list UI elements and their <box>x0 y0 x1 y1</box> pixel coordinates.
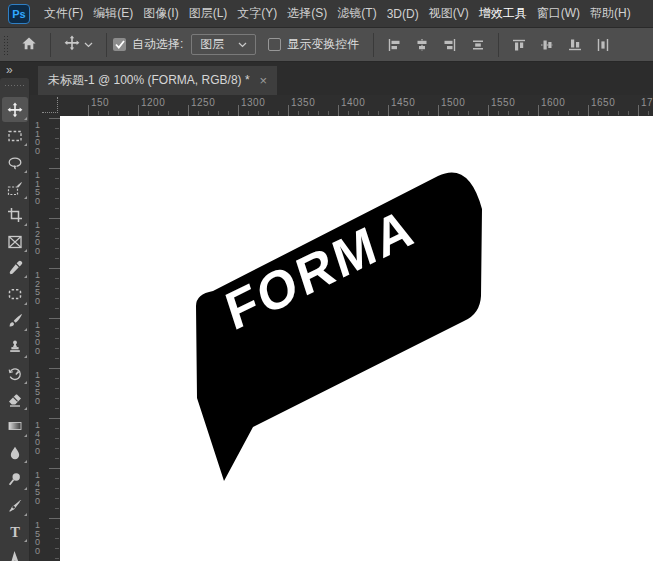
align-bottom-edges-button[interactable] <box>563 33 587 57</box>
divider <box>50 33 51 57</box>
move-tool-icon <box>64 35 80 54</box>
ruler-origin-marker <box>42 97 58 113</box>
h-ruler-label: 1250 <box>191 97 215 108</box>
object-selection-tool[interactable] <box>2 176 28 201</box>
v-ruler-label: 1 4 0 0 <box>35 421 40 455</box>
type-tool[interactable]: T <box>2 519 28 544</box>
h-ruler-label: 1500 <box>441 97 465 108</box>
align-top-edges-button[interactable] <box>507 33 531 57</box>
menu-7[interactable]: 滤镜(T) <box>332 0 381 28</box>
h-ruler-label: 150 <box>91 97 109 108</box>
align-vertical-centers-button[interactable] <box>535 33 559 57</box>
document-canvas[interactable]: FORMA <box>60 116 653 561</box>
move-tool-preset[interactable] <box>57 32 100 58</box>
home-button[interactable] <box>14 32 44 58</box>
menu-12[interactable]: 帮助(H) <box>585 0 636 28</box>
panel-stub: » <box>0 62 30 78</box>
auto-select-target-value: 图层 <box>200 36 224 53</box>
menu-3[interactable]: 图像(I) <box>138 0 183 28</box>
h-ruler-label: 1350 <box>291 97 315 108</box>
auto-select-target-dropdown[interactable]: 图层 <box>191 34 256 55</box>
auto-select-label: 自动选择: <box>132 36 183 53</box>
menu-bar: Ps 文件(F)编辑(E)图像(I)图层(L)文字(Y)选择(S)滤镜(T)3D… <box>0 0 653 28</box>
menu-11[interactable]: 窗口(W) <box>532 0 585 28</box>
photoshop-logo: Ps <box>8 4 30 24</box>
menu-10[interactable]: 增效工具 <box>474 0 532 28</box>
v-ruler-label: 1 4 5 0 <box>35 471 40 505</box>
v-ruler-label: 1 1 5 0 <box>35 171 40 205</box>
tools-panel: T <box>0 78 30 561</box>
v-ruler-label: 1 1 0 0 <box>35 121 40 155</box>
auto-select-checkbox[interactable] <box>113 38 126 51</box>
svg-text:T: T <box>10 524 20 540</box>
frame-tool[interactable] <box>2 229 28 254</box>
divider <box>106 33 107 57</box>
v-ruler-label: 1 3 0 0 <box>35 321 40 355</box>
collapse-panels-button[interactable]: » <box>0 63 12 77</box>
menu-1[interactable]: 文件(F) <box>39 0 88 28</box>
history-brush-tool[interactable] <box>2 361 28 386</box>
crop-tool[interactable] <box>2 203 28 228</box>
menu-8[interactable]: 3D(D) <box>382 0 424 28</box>
h-ruler-label: 1450 <box>391 97 415 108</box>
photoshop-window: Ps 文件(F)编辑(E)图像(I)图层(L)文字(Y)选择(S)滤镜(T)3D… <box>0 0 653 561</box>
show-transform-checkbox[interactable] <box>268 38 281 51</box>
spot-healing-brush-tool[interactable] <box>2 282 28 307</box>
lasso-tool[interactable] <box>2 150 28 175</box>
v-ruler-label: 1 2 0 0 <box>35 221 40 255</box>
document-tab-bar: » 未标题-1 @ 100% (FORMA, RGB/8) * × <box>0 62 653 95</box>
eraser-tool[interactable] <box>2 387 28 412</box>
dodge-tool[interactable] <box>2 467 28 492</box>
tool-options-bar: 自动选择: 图层 显示变换控件 <box>0 28 653 62</box>
h-ruler-label: 1700 <box>641 97 653 108</box>
align-horizontal-centers-button[interactable] <box>410 33 434 57</box>
distribute-vertical-button[interactable] <box>591 33 615 57</box>
vertical-ruler: 1 1 0 01 1 5 01 2 0 01 2 5 01 3 0 01 3 5… <box>30 116 60 561</box>
blur-tool[interactable] <box>2 440 28 465</box>
divider <box>373 33 374 57</box>
distribute-horizontal-button[interactable] <box>466 33 490 57</box>
tools-panel-grip[interactable] <box>4 84 26 88</box>
v-ruler-label: 1 3 5 0 <box>35 371 40 405</box>
menu-5[interactable]: 文字(Y) <box>232 0 282 28</box>
horizontal-ruler: 1501200125013001350140014501500155016001… <box>30 95 653 116</box>
move-tool[interactable] <box>2 97 28 122</box>
document-tab[interactable]: 未标题-1 @ 100% (FORMA, RGB/8) * × <box>38 66 277 95</box>
menu-6[interactable]: 选择(S) <box>282 0 332 28</box>
brush-tool[interactable] <box>2 308 28 333</box>
document-tab-title: 未标题-1 @ 100% (FORMA, RGB/8) * <box>48 72 250 89</box>
home-icon <box>21 36 37 54</box>
h-ruler-label: 1300 <box>241 97 265 108</box>
menu-2[interactable]: 编辑(E) <box>88 0 138 28</box>
eyedropper-tool[interactable] <box>2 255 28 280</box>
options-grip <box>3 35 8 55</box>
path-selection-tool[interactable] <box>2 546 28 561</box>
menu-9[interactable]: 视图(V) <box>424 0 474 28</box>
menu-4[interactable]: 图层(L) <box>184 0 233 28</box>
divider <box>498 33 499 57</box>
align-left-edges-button[interactable] <box>382 33 406 57</box>
h-ruler-label: 1600 <box>541 97 565 108</box>
rectangular-marquee-tool[interactable] <box>2 123 28 148</box>
pen-tool[interactable] <box>2 493 28 518</box>
chevron-down-icon <box>238 42 247 48</box>
v-ruler-label: 1 5 0 0 <box>35 521 40 555</box>
h-ruler-label: 1650 <box>591 97 615 108</box>
chevron-down-icon <box>84 42 93 48</box>
h-ruler-label: 1200 <box>141 97 165 108</box>
show-transform-label: 显示变换控件 <box>287 36 359 53</box>
clone-stamp-tool[interactable] <box>2 335 28 360</box>
artwork: FORMA <box>60 116 653 561</box>
h-ruler-label: 1550 <box>491 97 515 108</box>
v-ruler-label: 1 2 5 0 <box>35 271 40 305</box>
align-right-edges-button[interactable] <box>438 33 462 57</box>
close-icon[interactable]: × <box>260 73 268 88</box>
h-ruler-label: 1400 <box>341 97 365 108</box>
gradient-tool[interactable] <box>2 414 28 439</box>
